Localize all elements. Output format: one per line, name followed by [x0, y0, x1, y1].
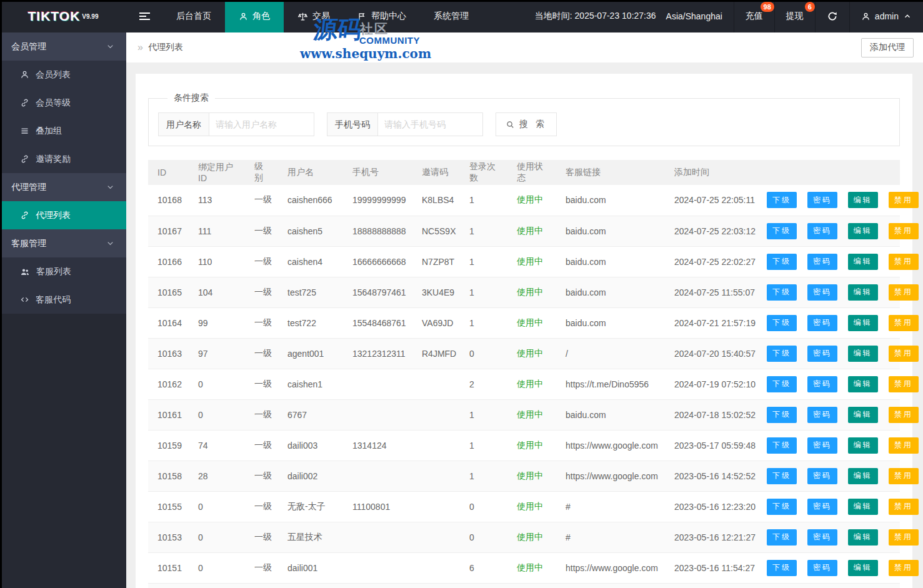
disable-button[interactable]: 禁用: [889, 254, 919, 270]
sub-agents-button[interactable]: 下级: [767, 529, 797, 546]
password-button[interactable]: 密码: [807, 192, 837, 208]
cell-login-count: 1: [460, 399, 507, 430]
nav-item-trade[interactable]: 交易: [284, 0, 344, 32]
edit-button[interactable]: 编辑: [848, 284, 878, 301]
edit-button[interactable]: 编辑: [848, 223, 878, 239]
edit-button[interactable]: 编辑: [848, 499, 878, 515]
agent-table-head: ID 绑定用户ID 级别 用户名 手机号 邀请码 登录次数 使用状态 客服链接 …: [148, 160, 900, 185]
disable-button[interactable]: 禁用: [889, 192, 919, 208]
recharge-button[interactable]: 充值 98: [734, 0, 774, 32]
main-area: » 代理列表 添加代理 条件搜索 用户名称 手机号码: [126, 32, 923, 588]
admin-menu[interactable]: admin: [849, 0, 923, 32]
password-button[interactable]: 密码: [807, 560, 837, 576]
sidebar-group-support[interactable]: 客服管理: [0, 229, 126, 257]
disable-button[interactable]: 禁用: [889, 560, 919, 576]
sidebar-group-agents[interactable]: 代理管理: [0, 173, 126, 201]
cell-bind-user-id: 28: [189, 461, 245, 491]
cell-username: caishen1: [278, 369, 343, 399]
password-button[interactable]: 密码: [807, 315, 837, 331]
username-input[interactable]: [209, 112, 314, 136]
person-icon: [861, 12, 871, 21]
password-button[interactable]: 密码: [807, 499, 837, 515]
password-button[interactable]: 密码: [807, 437, 837, 454]
edit-button[interactable]: 编辑: [848, 315, 878, 331]
nav-item-dashboard[interactable]: 后台首页: [162, 0, 225, 32]
cell-status: 使用中: [507, 491, 556, 522]
chevron-up-icon: [903, 12, 912, 21]
nav-item-help-center[interactable]: 帮助中心: [344, 0, 420, 32]
sub-agents-button[interactable]: 下级: [767, 560, 797, 576]
disable-button[interactable]: 禁用: [889, 499, 919, 515]
cell-phone: 1314124: [343, 430, 412, 461]
sidebar-item-support-code[interactable]: 客服代码: [0, 286, 126, 314]
add-agent-button[interactable]: 添加代理: [861, 38, 914, 57]
breadcrumb-current: 代理列表: [148, 42, 183, 53]
edit-button[interactable]: 编辑: [848, 376, 878, 392]
password-button[interactable]: 密码: [807, 376, 837, 392]
link-icon: [20, 154, 29, 164]
sidebar-group-members[interactable]: 会员管理: [0, 32, 126, 61]
disable-button[interactable]: 禁用: [889, 346, 919, 362]
sub-agents-button[interactable]: 下级: [767, 376, 797, 392]
edit-button[interactable]: 编辑: [848, 529, 878, 546]
password-button[interactable]: 密码: [807, 223, 837, 239]
cell-invite-code: N7ZP8T: [412, 246, 460, 277]
disable-button[interactable]: 禁用: [889, 376, 919, 392]
disable-button[interactable]: 禁用: [889, 223, 919, 239]
sub-agents-button[interactable]: 下级: [767, 437, 797, 454]
sub-agents-button[interactable]: 下级: [767, 315, 797, 331]
menu-toggle-icon[interactable]: [126, 0, 162, 32]
phone-input-group: 手机号码: [327, 112, 483, 136]
sub-agents-button[interactable]: 下级: [767, 284, 797, 301]
sidebar-item-support-list[interactable]: 客服列表: [0, 257, 126, 286]
edit-button[interactable]: 编辑: [848, 560, 878, 576]
cell-created-at: 2024-07-25 22:05:11: [665, 185, 757, 216]
withdraw-button[interactable]: 提现 6: [774, 0, 815, 32]
sidebar-item-overlay-group[interactable]: 叠加组: [0, 117, 126, 145]
sidebar-item-agent-list[interactable]: 代理列表: [0, 201, 126, 229]
nav-item-system[interactable]: 系统管理: [420, 0, 482, 32]
edit-button[interactable]: 编辑: [848, 468, 878, 484]
edit-button[interactable]: 编辑: [848, 407, 878, 423]
cell-actions: 下级 密码 编辑 禁用: [757, 369, 900, 399]
refresh-button[interactable]: [815, 0, 849, 32]
password-button[interactable]: 密码: [807, 529, 837, 546]
sub-agents-button[interactable]: 下级: [767, 346, 797, 362]
disable-button[interactable]: 禁用: [889, 437, 919, 454]
edit-button[interactable]: 编辑: [848, 437, 878, 454]
cell-bind-user-id: 0: [189, 522, 245, 552]
cell-service-link: https://www.google.com: [556, 461, 665, 491]
sub-agents-button[interactable]: 下级: [767, 254, 797, 270]
password-button[interactable]: 密码: [807, 346, 837, 362]
sub-agents-button[interactable]: 下级: [767, 223, 797, 239]
disable-button[interactable]: 禁用: [889, 315, 919, 331]
sidebar-item-invite-reward[interactable]: 邀请奖励: [0, 145, 126, 173]
disable-button[interactable]: 禁用: [889, 284, 919, 301]
password-button[interactable]: 密码: [807, 284, 837, 301]
local-time: 当地时间: 2025-07-23 10:27:36 Asia/Shanghai: [524, 0, 734, 32]
edit-button[interactable]: 编辑: [848, 254, 878, 270]
disable-button[interactable]: 禁用: [889, 529, 919, 546]
edit-button[interactable]: 编辑: [848, 192, 878, 208]
sidebar-item-member-level[interactable]: 会员等级: [0, 89, 126, 117]
edit-button[interactable]: 编辑: [848, 346, 878, 362]
nav-item-roles[interactable]: 角色: [225, 0, 284, 32]
cell-invite-code: [412, 369, 460, 399]
sub-agents-button[interactable]: 下级: [767, 468, 797, 484]
password-button[interactable]: 密码: [807, 468, 837, 484]
sub-agents-button[interactable]: 下级: [767, 499, 797, 515]
person-icon: [239, 12, 248, 21]
phone-input[interactable]: [378, 112, 483, 136]
cell-service-link: baidu.com: [556, 246, 665, 277]
cell-actions: 下级 密码 编辑 禁用: [757, 307, 900, 338]
password-button[interactable]: 密码: [807, 254, 837, 270]
search-button[interactable]: 搜 索: [496, 112, 557, 136]
disable-button[interactable]: 禁用: [889, 468, 919, 484]
sub-agents-button[interactable]: 下级: [767, 192, 797, 208]
sub-agents-button[interactable]: 下级: [767, 407, 797, 423]
sidebar-item-member-list[interactable]: 会员列表: [0, 61, 126, 89]
cell-actions: 下级 密码 编辑 禁用: [757, 461, 900, 491]
disable-button[interactable]: 禁用: [889, 407, 919, 423]
password-button[interactable]: 密码: [807, 407, 837, 423]
cell-username: 无敌-太子: [278, 491, 343, 522]
